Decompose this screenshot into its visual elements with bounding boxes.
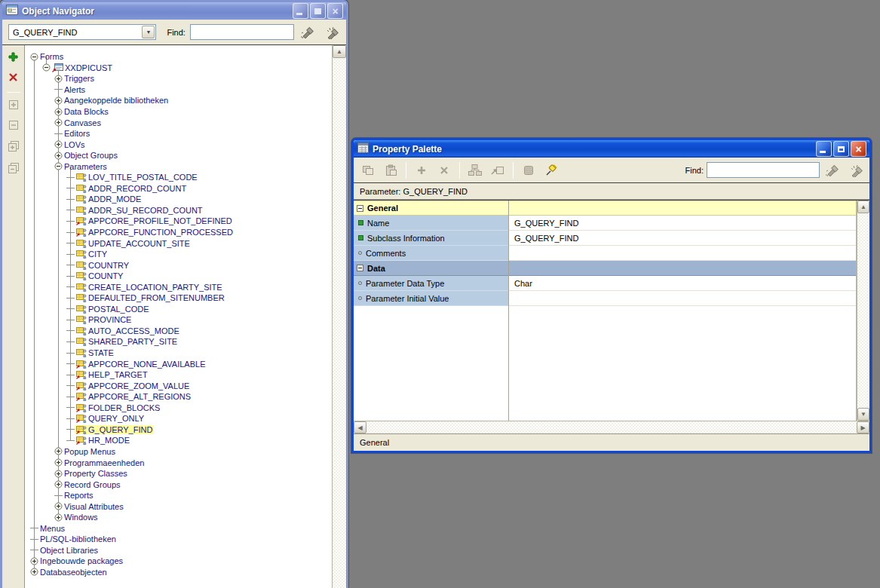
tree-item-object-groups[interactable]: Object Groups (25, 150, 332, 161)
expand-glyph[interactable] (30, 568, 38, 576)
property-row-subclass-information[interactable]: Subclass InformationG_QUERY_FIND (354, 231, 856, 246)
minimize-button[interactable] (816, 141, 832, 157)
expand-glyph[interactable] (54, 108, 63, 116)
tree-item-alerts[interactable]: Alerts (25, 84, 332, 96)
expand-icon[interactable] (8, 100, 19, 113)
collapse-glyph[interactable] (54, 162, 63, 170)
tree-item-hr-mode[interactable]: HR_MODE (25, 435, 332, 446)
tree-item-addr-record-count[interactable]: ADDR_RECORD_COUNT (25, 183, 332, 194)
property-row-comments[interactable]: Comments (354, 246, 856, 261)
collapse-glyph[interactable] (42, 63, 51, 72)
navigator-vertical-scrollbar[interactable]: ▲ (332, 45, 346, 588)
tree-item-triggers[interactable]: Triggers (25, 73, 332, 84)
expand-glyph[interactable] (54, 96, 63, 105)
paste-properties-icon[interactable] (381, 161, 400, 179)
find-input[interactable] (707, 162, 820, 178)
tree-item-visual-attributes[interactable]: Visual Attributes (25, 501, 332, 512)
tree-item-appcore-none-available[interactable]: APPCORE_NONE_AVAILABLE (25, 358, 332, 369)
column-divider[interactable] (508, 201, 509, 421)
scroll-down-icon[interactable]: ▼ (857, 408, 869, 421)
collapse-glyph[interactable] (30, 53, 38, 61)
collapse-section-icon[interactable] (357, 265, 363, 271)
expand-all-icon[interactable] (8, 140, 20, 155)
tree-item-auto-access-mode[interactable]: AUTO_ACCESS_MODE (25, 326, 332, 337)
scrollbar-track[interactable] (857, 213, 869, 408)
tree-item-appcore-profile-not-defined[interactable]: APPCORE_PROFILE_NOT_DEFINED (25, 216, 332, 227)
object-navigator-titlebar[interactable]: Object Navigator × (2, 2, 346, 20)
tree-item-addr-su-record-count[interactable]: ADDR_SU_RECORD_COUNT (25, 205, 332, 216)
tree-item-update-account-site[interactable]: UPDATE_ACCOUNT_SITE (25, 237, 332, 249)
tree-item-appcore-function-processed[interactable]: APPCORE_FUNCTION_PROCESSED (25, 227, 332, 238)
tree-item-city[interactable]: CITY (25, 249, 332, 260)
tree-item-postal-code[interactable]: POSTAL_CODE (25, 304, 332, 315)
tree-item-shared-party-site[interactable]: SHARED_PARTY_SITE (25, 336, 332, 348)
close-button[interactable]: × (327, 3, 343, 19)
pin-icon[interactable] (541, 161, 561, 179)
tree-item-g-query-find[interactable]: G_QUERY_FIND (25, 424, 332, 436)
tree-item-forms[interactable]: Forms (25, 51, 332, 63)
scroll-left-icon[interactable]: ◀ (354, 421, 366, 433)
find-input[interactable] (190, 24, 294, 40)
property-class-icon[interactable] (465, 161, 485, 179)
tree-item-help-target[interactable]: HELP_TARGET (25, 369, 332, 381)
tree-item-query-only[interactable]: QUERY_ONLY (25, 413, 332, 424)
tree-item-record-groups[interactable]: Record Groups (25, 479, 332, 490)
delete-icon[interactable] (8, 72, 18, 85)
inherit-icon[interactable] (488, 161, 507, 179)
property-row-parameter-data-type[interactable]: Parameter Data TypeChar (354, 276, 856, 291)
find-forward-icon[interactable] (823, 161, 842, 179)
property-value-cell[interactable] (508, 291, 856, 306)
property-label-cell[interactable]: Name (354, 216, 508, 231)
scroll-up-icon[interactable]: ▲ (333, 45, 346, 58)
property-value-cell[interactable]: G_QUERY_FIND (508, 216, 856, 231)
close-button[interactable]: × (851, 141, 866, 157)
tree-item-create-location-party-site[interactable]: CREATE_LOCATION_PARTY_SITE (25, 281, 332, 292)
find-backward-icon[interactable] (845, 161, 865, 179)
tree-item-xxdpicust[interactable]: XXDPICUST (25, 63, 332, 74)
tree-item-appcore-zoom-value[interactable]: APPCORE_ZOOM_VALUE (25, 380, 332, 391)
section-header-general[interactable]: General (354, 201, 856, 216)
object-selector-dropdown[interactable]: G_QUERY_FIND ▼ (8, 24, 156, 40)
tree-item-object-libraries[interactable]: Object Libraries (25, 545, 332, 556)
expand-glyph[interactable] (54, 480, 63, 488)
tree-item-pl-sql-bibliotheken[interactable]: PL/SQL-bibliotheken (25, 534, 332, 545)
expand-glyph[interactable] (54, 75, 63, 83)
tree-item-menus[interactable]: Menus (25, 523, 332, 534)
property-value-cell[interactable] (508, 246, 856, 261)
tree-item-ingebouwde-packages[interactable]: Ingebouwde packages (25, 556, 332, 567)
collapse-all-icon[interactable] (8, 162, 20, 177)
tree-item-programmaeenheden[interactable]: Programmaeenheden (25, 457, 332, 468)
collapse-icon[interactable] (8, 120, 19, 133)
scroll-up-icon[interactable]: ▲ (857, 201, 869, 213)
tree-item-property-classes[interactable]: Property Classes (25, 468, 332, 479)
tree-item-province[interactable]: PROVINCE (25, 314, 332, 326)
tree-item-country[interactable]: COUNTRY (25, 259, 332, 271)
expand-glyph[interactable] (54, 152, 63, 160)
tree-item-editors[interactable]: Editors (25, 128, 332, 139)
find-backward-icon[interactable] (321, 23, 340, 41)
tree-item-defaulted-from-sitenumber[interactable]: DEFAULTED_FROM_SITENUMBER (25, 292, 332, 304)
minimize-button[interactable] (293, 3, 308, 19)
collapse-section-icon[interactable] (357, 205, 363, 212)
tree-item-databaseobjecten[interactable]: Databaseobjecten (25, 567, 332, 578)
expand-glyph[interactable] (54, 513, 63, 522)
tree-item-popup-menus[interactable]: Popup Menus (25, 446, 332, 458)
add-icon[interactable] (412, 161, 431, 179)
create-icon[interactable] (8, 51, 18, 65)
tree-item-lovs[interactable]: LOVs (25, 139, 332, 150)
expand-glyph[interactable] (54, 502, 63, 510)
tree-item-data-blocks[interactable]: Data Blocks (25, 106, 332, 118)
palette-horizontal-scrollbar[interactable]: ◀ ▶ (354, 421, 869, 433)
property-palette-titlebar[interactable]: Property Palette × (354, 140, 869, 158)
expand-glyph[interactable] (54, 458, 63, 467)
scrollbar-track[interactable] (333, 58, 346, 588)
delete-icon[interactable] (434, 161, 454, 179)
section-header-data[interactable]: Data (354, 261, 856, 276)
expand-glyph[interactable] (30, 557, 38, 565)
tree-item-folder-blocks[interactable]: FOLDER_BLOCKS (25, 403, 332, 414)
find-forward-icon[interactable] (299, 23, 317, 41)
tree-item-addr-mode[interactable]: ADDR_MODE (25, 194, 332, 205)
maximize-button[interactable] (310, 3, 326, 19)
tree-item-state[interactable]: STATE (25, 348, 332, 359)
tree-item-county[interactable]: COUNTY (25, 271, 332, 282)
